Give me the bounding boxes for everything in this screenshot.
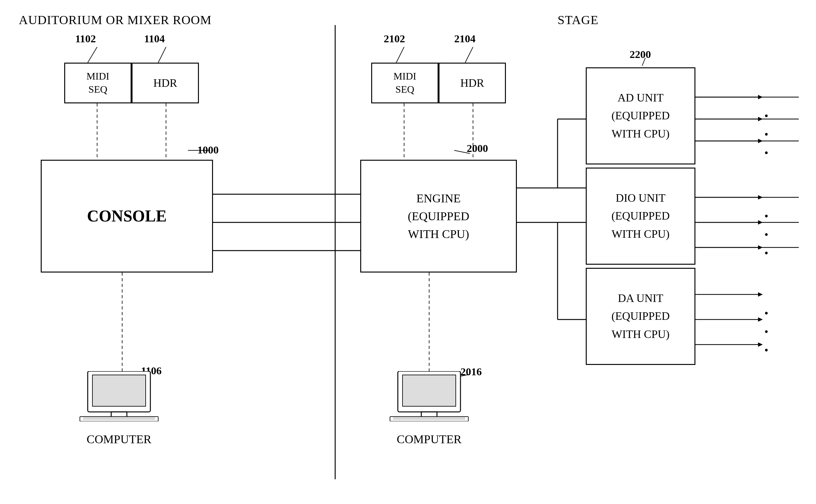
svg-line-50 [396,47,404,63]
svg-marker-41 [758,292,763,297]
computer-2-icon [388,371,470,423]
svg-marker-21 [758,139,763,143]
midi-seq-2-box: MIDISEQ [371,63,439,103]
svg-rect-61 [80,417,158,421]
ref-1000: 1000 [197,144,219,156]
svg-line-46 [88,47,97,63]
stage-label: STAGE [558,13,599,27]
computer-1-icon [78,371,160,423]
svg-rect-66 [403,375,456,406]
computer-2-label: COMPUTER [388,432,470,446]
ref-2104: 2104 [454,33,476,45]
da-unit-box: DA UNIT(EQUIPPEDWITH CPU) [586,268,695,365]
svg-rect-69 [390,417,468,421]
console-box: CONSOLE [41,160,213,273]
ref-2000: 2000 [467,143,488,154]
ref-2200: 2200 [630,49,651,60]
dio-unit-box: DIO UNIT(EQUIPPEDWITH CPU) [586,168,695,265]
svg-marker-17 [758,95,763,99]
svg-rect-58 [92,375,146,406]
hdr-1-box: HDR [132,63,199,103]
svg-marker-19 [758,117,763,121]
da-dots: ··· [764,304,769,359]
ref-1104: 1104 [144,33,165,45]
dio-dots: ··· [764,207,769,262]
midi-seq-1-box: MIDISEQ [64,63,132,103]
ad-unit-box: AD UNIT(EQUIPPEDWITH CPU) [586,67,695,164]
computer-1-label: COMPUTER [78,432,160,446]
svg-marker-45 [758,342,763,347]
engine-box: ENGINE(EQUIPPEDWITH CPU) [360,160,517,273]
auditorium-label: AUDITORIUM OR MIXER ROOM [19,13,212,27]
svg-marker-31 [758,220,763,225]
svg-line-51 [465,47,473,63]
svg-marker-33 [758,245,763,250]
ref-2102: 2102 [384,33,405,45]
ad-dots: ··· [764,107,769,162]
ref-1102: 1102 [75,33,96,45]
svg-line-47 [158,47,166,63]
svg-marker-43 [758,317,763,322]
hdr-2-box: HDR [439,63,506,103]
svg-marker-29 [758,195,763,200]
